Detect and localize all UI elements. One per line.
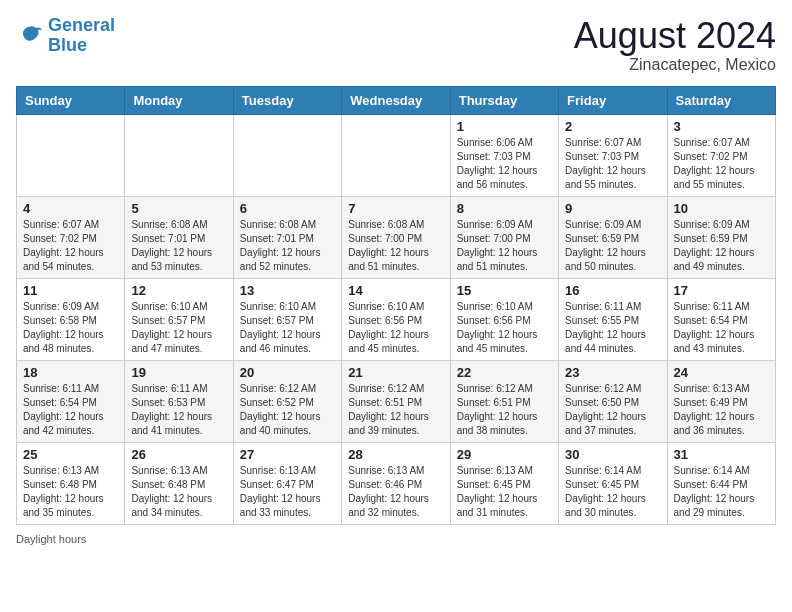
day-number: 16 bbox=[565, 283, 660, 298]
day-info: Sunrise: 6:11 AMSunset: 6:55 PMDaylight:… bbox=[565, 300, 660, 356]
day-of-week-header: Thursday bbox=[450, 86, 558, 114]
day-of-week-header: Saturday bbox=[667, 86, 775, 114]
day-info: Sunrise: 6:10 AMSunset: 6:56 PMDaylight:… bbox=[457, 300, 552, 356]
day-number: 2 bbox=[565, 119, 660, 134]
day-of-week-header: Wednesday bbox=[342, 86, 450, 114]
calendar-table: SundayMondayTuesdayWednesdayThursdayFrid… bbox=[16, 86, 776, 525]
day-number: 9 bbox=[565, 201, 660, 216]
day-info: Sunrise: 6:13 AMSunset: 6:46 PMDaylight:… bbox=[348, 464, 443, 520]
calendar-cell: 14Sunrise: 6:10 AMSunset: 6:56 PMDayligh… bbox=[342, 278, 450, 360]
day-info: Sunrise: 6:09 AMSunset: 7:00 PMDaylight:… bbox=[457, 218, 552, 274]
day-info: Sunrise: 6:13 AMSunset: 6:49 PMDaylight:… bbox=[674, 382, 769, 438]
calendar-cell: 11Sunrise: 6:09 AMSunset: 6:58 PMDayligh… bbox=[17, 278, 125, 360]
calendar-week-row: 18Sunrise: 6:11 AMSunset: 6:54 PMDayligh… bbox=[17, 360, 776, 442]
calendar-cell: 31Sunrise: 6:14 AMSunset: 6:44 PMDayligh… bbox=[667, 442, 775, 524]
calendar-cell: 7Sunrise: 6:08 AMSunset: 7:00 PMDaylight… bbox=[342, 196, 450, 278]
day-info: Sunrise: 6:08 AMSunset: 7:01 PMDaylight:… bbox=[240, 218, 335, 274]
day-info: Sunrise: 6:08 AMSunset: 7:01 PMDaylight:… bbox=[131, 218, 226, 274]
calendar-cell: 4Sunrise: 6:07 AMSunset: 7:02 PMDaylight… bbox=[17, 196, 125, 278]
calendar-cell: 6Sunrise: 6:08 AMSunset: 7:01 PMDaylight… bbox=[233, 196, 341, 278]
day-info: Sunrise: 6:08 AMSunset: 7:00 PMDaylight:… bbox=[348, 218, 443, 274]
logo-icon bbox=[16, 22, 44, 50]
day-info: Sunrise: 6:06 AMSunset: 7:03 PMDaylight:… bbox=[457, 136, 552, 192]
day-number: 14 bbox=[348, 283, 443, 298]
calendar-cell: 20Sunrise: 6:12 AMSunset: 6:52 PMDayligh… bbox=[233, 360, 341, 442]
day-info: Sunrise: 6:07 AMSunset: 7:02 PMDaylight:… bbox=[674, 136, 769, 192]
day-info: Sunrise: 6:12 AMSunset: 6:51 PMDaylight:… bbox=[457, 382, 552, 438]
day-info: Sunrise: 6:12 AMSunset: 6:51 PMDaylight:… bbox=[348, 382, 443, 438]
calendar-cell: 16Sunrise: 6:11 AMSunset: 6:55 PMDayligh… bbox=[559, 278, 667, 360]
title-block: August 2024 Zinacatepec, Mexico bbox=[574, 16, 776, 74]
day-number: 11 bbox=[23, 283, 118, 298]
calendar-cell bbox=[342, 114, 450, 196]
day-of-week-header: Sunday bbox=[17, 86, 125, 114]
day-number: 5 bbox=[131, 201, 226, 216]
day-number: 6 bbox=[240, 201, 335, 216]
day-info: Sunrise: 6:13 AMSunset: 6:48 PMDaylight:… bbox=[131, 464, 226, 520]
calendar-cell: 13Sunrise: 6:10 AMSunset: 6:57 PMDayligh… bbox=[233, 278, 341, 360]
day-number: 27 bbox=[240, 447, 335, 462]
day-info: Sunrise: 6:11 AMSunset: 6:54 PMDaylight:… bbox=[674, 300, 769, 356]
day-info: Sunrise: 6:12 AMSunset: 6:50 PMDaylight:… bbox=[565, 382, 660, 438]
calendar-cell: 30Sunrise: 6:14 AMSunset: 6:45 PMDayligh… bbox=[559, 442, 667, 524]
day-info: Sunrise: 6:09 AMSunset: 6:58 PMDaylight:… bbox=[23, 300, 118, 356]
calendar-week-row: 25Sunrise: 6:13 AMSunset: 6:48 PMDayligh… bbox=[17, 442, 776, 524]
day-number: 29 bbox=[457, 447, 552, 462]
calendar-week-row: 4Sunrise: 6:07 AMSunset: 7:02 PMDaylight… bbox=[17, 196, 776, 278]
day-of-week-header: Monday bbox=[125, 86, 233, 114]
day-number: 19 bbox=[131, 365, 226, 380]
day-number: 25 bbox=[23, 447, 118, 462]
footer-note: Daylight hours bbox=[16, 533, 776, 545]
day-number: 4 bbox=[23, 201, 118, 216]
day-number: 12 bbox=[131, 283, 226, 298]
day-number: 7 bbox=[348, 201, 443, 216]
day-of-week-header: Tuesday bbox=[233, 86, 341, 114]
calendar-cell: 5Sunrise: 6:08 AMSunset: 7:01 PMDaylight… bbox=[125, 196, 233, 278]
calendar-cell: 27Sunrise: 6:13 AMSunset: 6:47 PMDayligh… bbox=[233, 442, 341, 524]
calendar-header-row: SundayMondayTuesdayWednesdayThursdayFrid… bbox=[17, 86, 776, 114]
calendar-cell: 28Sunrise: 6:13 AMSunset: 6:46 PMDayligh… bbox=[342, 442, 450, 524]
month-title: August 2024 bbox=[574, 16, 776, 56]
calendar-cell: 2Sunrise: 6:07 AMSunset: 7:03 PMDaylight… bbox=[559, 114, 667, 196]
day-info: Sunrise: 6:09 AMSunset: 6:59 PMDaylight:… bbox=[565, 218, 660, 274]
page-header: General Blue August 2024 Zinacatepec, Me… bbox=[16, 16, 776, 74]
calendar-week-row: 11Sunrise: 6:09 AMSunset: 6:58 PMDayligh… bbox=[17, 278, 776, 360]
day-number: 26 bbox=[131, 447, 226, 462]
day-number: 20 bbox=[240, 365, 335, 380]
day-number: 13 bbox=[240, 283, 335, 298]
day-info: Sunrise: 6:11 AMSunset: 6:54 PMDaylight:… bbox=[23, 382, 118, 438]
day-number: 10 bbox=[674, 201, 769, 216]
calendar-cell: 25Sunrise: 6:13 AMSunset: 6:48 PMDayligh… bbox=[17, 442, 125, 524]
calendar-cell: 29Sunrise: 6:13 AMSunset: 6:45 PMDayligh… bbox=[450, 442, 558, 524]
day-number: 21 bbox=[348, 365, 443, 380]
calendar-cell: 3Sunrise: 6:07 AMSunset: 7:02 PMDaylight… bbox=[667, 114, 775, 196]
day-number: 30 bbox=[565, 447, 660, 462]
calendar-cell: 18Sunrise: 6:11 AMSunset: 6:54 PMDayligh… bbox=[17, 360, 125, 442]
day-info: Sunrise: 6:13 AMSunset: 6:45 PMDaylight:… bbox=[457, 464, 552, 520]
day-number: 31 bbox=[674, 447, 769, 462]
day-number: 8 bbox=[457, 201, 552, 216]
calendar-cell: 24Sunrise: 6:13 AMSunset: 6:49 PMDayligh… bbox=[667, 360, 775, 442]
calendar-cell bbox=[125, 114, 233, 196]
calendar-week-row: 1Sunrise: 6:06 AMSunset: 7:03 PMDaylight… bbox=[17, 114, 776, 196]
day-info: Sunrise: 6:09 AMSunset: 6:59 PMDaylight:… bbox=[674, 218, 769, 274]
calendar-cell: 1Sunrise: 6:06 AMSunset: 7:03 PMDaylight… bbox=[450, 114, 558, 196]
day-number: 22 bbox=[457, 365, 552, 380]
day-number: 23 bbox=[565, 365, 660, 380]
day-number: 15 bbox=[457, 283, 552, 298]
day-number: 24 bbox=[674, 365, 769, 380]
calendar-cell bbox=[233, 114, 341, 196]
calendar-cell: 22Sunrise: 6:12 AMSunset: 6:51 PMDayligh… bbox=[450, 360, 558, 442]
calendar-cell bbox=[17, 114, 125, 196]
calendar-cell: 26Sunrise: 6:13 AMSunset: 6:48 PMDayligh… bbox=[125, 442, 233, 524]
day-info: Sunrise: 6:13 AMSunset: 6:47 PMDaylight:… bbox=[240, 464, 335, 520]
logo-text: General Blue bbox=[48, 16, 115, 56]
day-number: 1 bbox=[457, 119, 552, 134]
day-info: Sunrise: 6:12 AMSunset: 6:52 PMDaylight:… bbox=[240, 382, 335, 438]
calendar-cell: 8Sunrise: 6:09 AMSunset: 7:00 PMDaylight… bbox=[450, 196, 558, 278]
logo: General Blue bbox=[16, 16, 115, 56]
day-info: Sunrise: 6:14 AMSunset: 6:44 PMDaylight:… bbox=[674, 464, 769, 520]
calendar-cell: 15Sunrise: 6:10 AMSunset: 6:56 PMDayligh… bbox=[450, 278, 558, 360]
calendar-cell: 9Sunrise: 6:09 AMSunset: 6:59 PMDaylight… bbox=[559, 196, 667, 278]
day-of-week-header: Friday bbox=[559, 86, 667, 114]
